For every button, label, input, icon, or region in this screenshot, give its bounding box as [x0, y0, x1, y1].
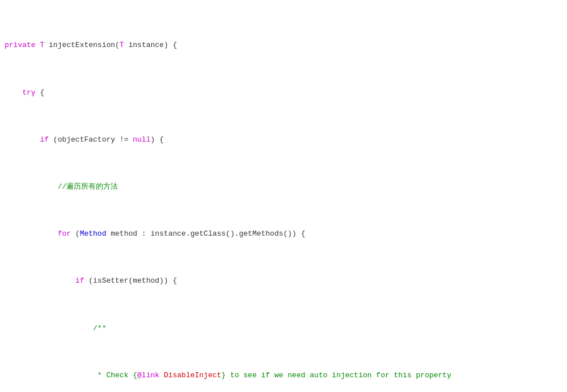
- code-text: try {: [5, 87, 562, 99]
- code-line: for (Method method : instance.getClass()…: [0, 228, 567, 240]
- code-line: * Check {@link DisableInject} to see if …: [0, 370, 567, 382]
- code-line: //遍历所有的方法: [0, 181, 567, 193]
- code-viewer: private T injectExtension(T instance) { …: [0, 0, 567, 392]
- code-line: if (objectFactory != null) {: [0, 134, 567, 146]
- code-text: /**: [5, 323, 562, 335]
- code-text: if (isSetter(method)) {: [5, 275, 562, 287]
- code-text: if (objectFactory != null) {: [5, 134, 562, 146]
- code-line: /**: [0, 323, 567, 335]
- code-line: try {: [0, 87, 567, 99]
- code-text: * Check {@link DisableInject} to see if …: [5, 370, 562, 382]
- code-text: for (Method method : instance.getClass()…: [5, 228, 562, 240]
- code-line: private T injectExtension(T instance) {: [0, 40, 567, 52]
- code-line: if (isSetter(method)) {: [0, 275, 567, 287]
- code-text: private T injectExtension(T instance) {: [5, 40, 562, 52]
- code-text: //遍历所有的方法: [5, 181, 562, 193]
